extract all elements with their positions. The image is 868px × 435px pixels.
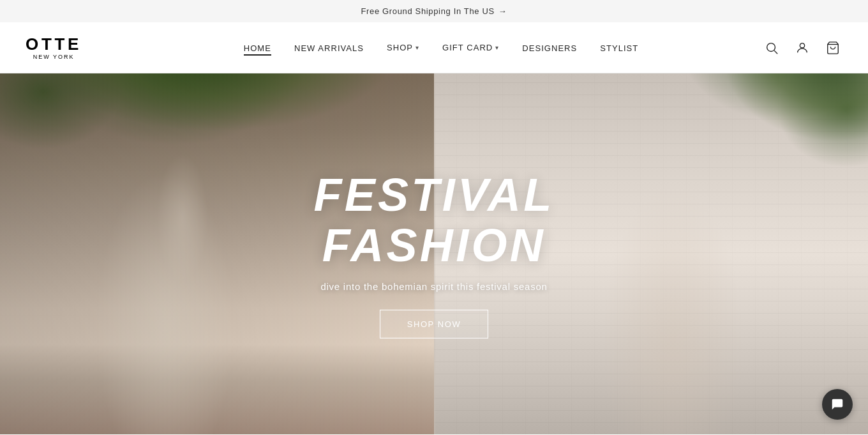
svg-line-1 — [774, 50, 777, 54]
logo-link[interactable]: OTTE NEW YORK — [26, 36, 82, 60]
logo-location: NEW YORK — [33, 54, 75, 60]
hero-cta-button[interactable]: SHOP NOW — [380, 310, 488, 339]
nav-link-gift-card[interactable]: GIFT CARD ▾ — [442, 43, 499, 52]
announcement-text: Free Ground Shipping In The US — [361, 6, 495, 16]
gift-card-chevron-icon: ▾ — [495, 44, 499, 51]
announcement-link[interactable]: Free Ground Shipping In The US → — [361, 6, 507, 16]
svg-point-0 — [767, 43, 775, 51]
nav-item-new-arrivals: NEW ARRIVALS — [294, 42, 364, 54]
search-icon — [765, 41, 779, 55]
cart-button[interactable] — [823, 38, 842, 57]
nav-item-shop: SHOP ▾ — [387, 43, 419, 52]
hero-title: FESTIVAL FASHION — [211, 169, 657, 270]
logo-area: OTTE NEW YORK — [26, 36, 82, 60]
nav-item-home: HOME — [244, 42, 271, 54]
nav-list: HOME NEW ARRIVALS SHOP ▾ GIFT CARD ▾ — [244, 42, 638, 54]
account-button[interactable] — [793, 38, 812, 57]
hero-text-overlay: FESTIVAL FASHION dive into the bohemian … — [211, 169, 657, 338]
shop-chevron-icon: ▾ — [415, 44, 419, 51]
main-nav: HOME NEW ARRIVALS SHOP ▾ GIFT CARD ▾ — [206, 42, 638, 54]
header: OTTE NEW YORK HOME NEW ARRIVALS SHOP ▾ — [0, 22, 868, 73]
nav-item-gift-card: GIFT CARD ▾ — [442, 43, 499, 52]
nav-icons — [762, 38, 842, 57]
hero-subtitle: dive into the bohemian spirit this festi… — [211, 281, 657, 292]
nav-link-new-arrivals[interactable]: NEW ARRIVALS — [294, 43, 364, 53]
chat-button[interactable] — [822, 389, 853, 420]
nav-item-stylist: STYLIST — [600, 42, 638, 54]
chat-icon — [830, 397, 844, 411]
nav-link-designers[interactable]: DESIGNERS — [522, 43, 577, 53]
announcement-bar: Free Ground Shipping In The US → — [0, 0, 868, 22]
nav-link-home[interactable]: HOME — [244, 43, 271, 56]
nav-gift-card-label: GIFT CARD — [442, 43, 493, 52]
announcement-arrow: → — [498, 6, 507, 16]
cart-icon — [826, 41, 840, 55]
search-button[interactable] — [762, 38, 781, 57]
logo-brand: OTTE — [26, 36, 82, 52]
nav-link-shop[interactable]: SHOP ▾ — [387, 43, 419, 52]
hero-container: FESTIVAL FASHION dive into the bohemian … — [0, 73, 868, 434]
nav-item-designers: DESIGNERS — [522, 42, 577, 54]
hero-right-trees — [708, 73, 868, 201]
svg-point-2 — [800, 43, 804, 47]
account-icon — [795, 41, 809, 55]
nav-link-stylist[interactable]: STYLIST — [600, 43, 638, 53]
nav-shop-label: SHOP — [387, 43, 413, 52]
